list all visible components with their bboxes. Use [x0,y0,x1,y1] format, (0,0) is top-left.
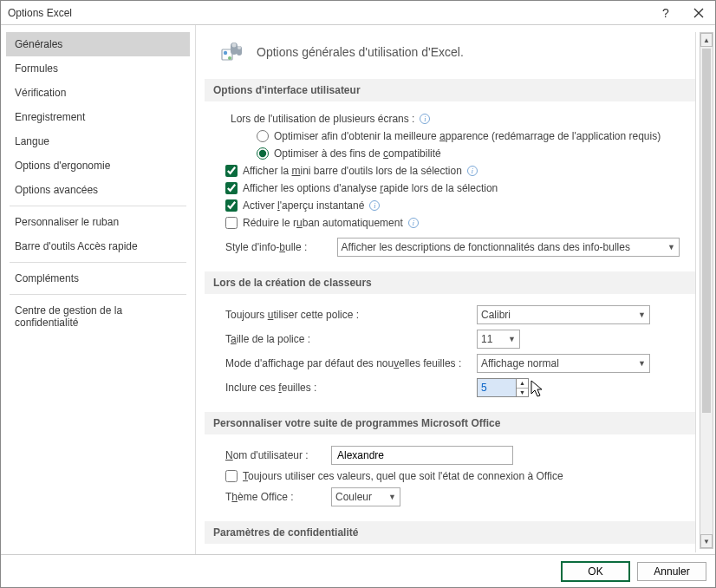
info-icon[interactable]: i [408,218,419,228]
sidebar-item-formules[interactable]: Formules [6,56,190,81]
screentip-style-label: Style d'info-bulle : [225,241,329,253]
checkbox-always-use-values[interactable] [225,470,238,482]
sheet-count-input[interactable] [478,379,516,396]
sidebar-item-complements[interactable]: Compléments [6,266,190,291]
radio-optimize-compat[interactable] [257,147,269,160]
checkbox-mini-toolbar[interactable] [225,165,238,177]
info-icon[interactable]: i [420,114,430,124]
sidebar-item-quickaccess[interactable]: Barre d'outils Accès rapide [6,234,190,258]
checkbox-mini-toolbar-label: Afficher la mini barre d'outils lors de … [243,165,462,177]
checkbox-quick-analysis[interactable] [225,182,238,194]
scroll-up-button[interactable]: ▲ [700,33,713,47]
svg-point-2 [228,56,231,60]
section-ui-options: Options d'interface utilisateur [205,79,695,101]
general-options-icon [217,37,246,67]
section-privacy: Paramètres de confidentialité [205,521,695,544]
vertical-scrollbar[interactable]: ▲ ▼ [700,32,713,549]
default-font-label: Toujours utiliser cette police : [225,309,468,321]
radio-optimize-display[interactable] [257,130,269,142]
svg-point-1 [224,51,227,55]
chevron-down-icon: ▼ [667,243,675,252]
default-view-label: Mode d'affichage par défaut des nouvelle… [225,357,468,369]
window-title: Options Excel [8,7,649,19]
scrollbar-thumb[interactable] [702,49,711,413]
sheet-count-spinner[interactable]: ▲▼ [477,378,529,397]
options-content-pane: Options générales d'utilisation d'Excel.… [205,32,696,552]
default-font-select[interactable]: Calibri▼ [477,305,650,324]
multi-monitor-label: Lors de l'utilisation de plusieurs écran… [231,113,414,125]
close-icon [693,8,704,18]
default-view-select[interactable]: Affichage normal▼ [477,354,650,373]
info-icon[interactable]: i [369,200,380,211]
chevron-down-icon: ▼ [638,359,646,368]
font-size-select[interactable]: 11▼ [477,330,520,349]
checkbox-always-use-label: Toujours utiliser ces valeurs, quel que … [243,470,563,482]
chevron-down-icon: ▼ [508,335,516,343]
sidebar-item-avancees[interactable]: Options avancées [6,178,190,202]
chevron-down-icon: ▼ [388,493,396,501]
sidebar-item-langue[interactable]: Langue [6,129,190,154]
category-sidebar: Générales Formules Vérification Enregist… [1,25,196,554]
section-workbook-create: Lors de la création de classeurs [205,271,695,294]
checkbox-collapse-ribbon-label: Réduire le ruban automatiquement [243,217,403,229]
sheet-count-label: Inclure ces feuilles : [225,382,468,394]
checkbox-live-preview-label: Activer l'aperçu instantané [243,199,364,212]
office-theme-select[interactable]: Couleur▼ [331,487,400,506]
sidebar-item-ruban[interactable]: Personnaliser le ruban [6,210,190,234]
section-personalize: Personnaliser votre suite de programmes … [205,412,695,434]
chevron-down-icon: ▼ [638,310,646,319]
radio-optimize-compat-label: Optimiser à des fins de compatibilité [274,147,441,160]
radio-optimize-display-label: Optimiser afin d'obtenir la meilleure ap… [274,130,661,142]
mouse-cursor-icon [530,380,544,399]
checkbox-collapse-ribbon[interactable] [225,217,238,229]
close-button[interactable] [682,1,715,25]
checkbox-live-preview[interactable] [225,199,238,212]
sidebar-item-ergonomie[interactable]: Options d'ergonomie [6,154,190,178]
spin-up-button[interactable]: ▲ [517,379,528,389]
checkbox-quick-analysis-label: Afficher les options d'analyse rapide lo… [243,182,498,194]
username-label: Nom d'utilisateur : [225,449,322,461]
sidebar-item-verification[interactable]: Vérification [6,81,190,105]
spin-down-button[interactable]: ▼ [517,389,528,397]
sidebar-item-enregistrement[interactable]: Enregistrement [6,105,190,129]
svg-point-3 [232,43,237,48]
page-title: Options générales d'utilisation d'Excel. [257,45,464,59]
scroll-down-button[interactable]: ▼ [700,534,713,548]
cancel-button[interactable]: Annuler [637,562,706,581]
sidebar-item-trustcenter[interactable]: Centre de gestion de la confidentialité [6,298,190,335]
font-size-label: Taille de la police : [225,333,468,345]
svg-point-4 [238,46,241,49]
username-input[interactable] [331,446,513,465]
help-button[interactable]: ? [649,1,682,25]
office-theme-label: Thème Office : [225,491,322,503]
info-icon[interactable]: i [467,166,478,176]
sidebar-item-generales[interactable]: Générales [6,32,190,56]
screentip-style-select[interactable]: Afficher les descriptions de fonctionnal… [337,238,680,257]
ok-button[interactable]: OK [561,561,630,582]
